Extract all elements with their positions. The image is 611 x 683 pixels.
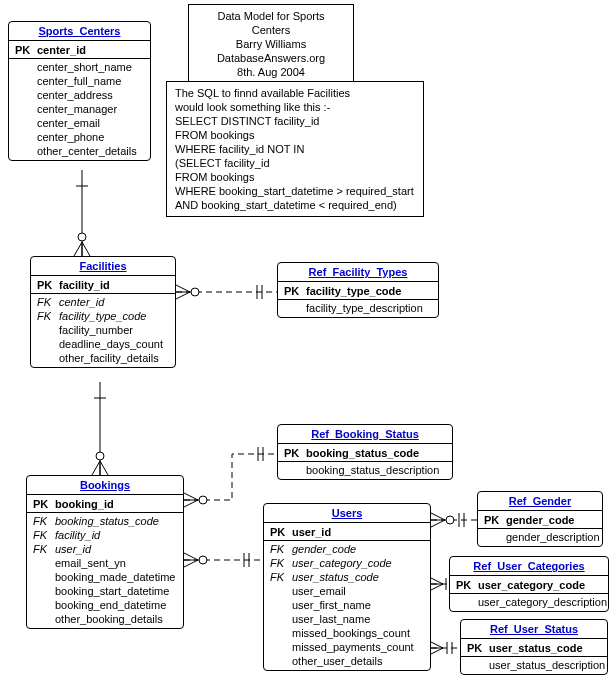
entity-title: Bookings xyxy=(27,476,183,495)
column-row: PKbooking_status_code xyxy=(278,446,452,460)
entity-facilities: Facilities PKfacility_idFKcenter_idFKfac… xyxy=(30,256,176,368)
column-row: user_status_description xyxy=(461,658,607,672)
key-label xyxy=(284,463,306,477)
svg-point-4 xyxy=(191,288,199,296)
column-row: user_first_name xyxy=(264,598,430,612)
entity-ref-user-categories: Ref_User_Categories PKuser_category_code… xyxy=(449,556,609,612)
key-label xyxy=(15,88,37,102)
column-name: facility_type_description xyxy=(306,301,423,315)
entity-bookings: Bookings PKbooking_idFKbooking_status_co… xyxy=(26,475,184,629)
key-label xyxy=(33,570,55,584)
column-name: booking_start_datetime xyxy=(55,584,169,598)
entity-ref-booking-status: Ref_Booking_Status PKbooking_status_code… xyxy=(277,424,453,480)
entity-ref-facility-types: Ref_Facility_Types PKfacility_type_codef… xyxy=(277,262,439,318)
entity-body: PKcenter_idcenter_short_namecenter_full_… xyxy=(9,41,150,160)
key-label: FK xyxy=(33,542,55,556)
column-name: user_id xyxy=(292,525,331,539)
column-row: facility_type_description xyxy=(278,301,438,315)
column-name: gender_description xyxy=(506,530,600,544)
entity-users: Users PKuser_idFKgender_codeFKuser_categ… xyxy=(263,503,431,671)
key-label: FK xyxy=(37,309,59,323)
key-label xyxy=(270,640,292,654)
entity-title: Users xyxy=(264,504,430,523)
key-label: FK xyxy=(270,556,292,570)
entity-body: PKuser_status_codeuser_status_descriptio… xyxy=(461,639,607,674)
column-name: missed_bookings_count xyxy=(292,626,410,640)
column-name: user_category_code xyxy=(292,556,392,570)
key-label: PK xyxy=(284,446,306,460)
column-row: FKfacility_id xyxy=(27,528,183,542)
key-label: PK xyxy=(37,278,59,292)
key-label xyxy=(15,74,37,88)
column-row: FKbooking_status_code xyxy=(27,514,183,528)
column-name: facility_number xyxy=(59,323,133,337)
column-row: FKuser_id xyxy=(27,542,183,556)
entity-ref-user-status: Ref_User_Status PKuser_status_codeuser_s… xyxy=(460,619,608,675)
column-name: missed_payments_count xyxy=(292,640,414,654)
entity-title: Sports_Centers xyxy=(9,22,150,41)
key-label: FK xyxy=(33,528,55,542)
svg-point-2 xyxy=(78,233,86,241)
column-name: booking_id xyxy=(55,497,114,511)
sql-line: FROM bookings xyxy=(175,170,415,184)
column-name: other_booking_details xyxy=(55,612,163,626)
column-row: PKuser_id xyxy=(264,525,430,539)
column-name: center_full_name xyxy=(37,74,121,88)
column-row: center_short_name xyxy=(9,60,150,74)
key-label xyxy=(37,323,59,337)
column-row: user_email xyxy=(264,584,430,598)
column-name: center_phone xyxy=(37,130,104,144)
column-name: facility_type_code xyxy=(306,284,401,298)
column-name: other_center_details xyxy=(37,144,137,158)
title-line: Barry Williams xyxy=(197,37,345,51)
title-line: DatabaseAnswers.org xyxy=(197,51,345,65)
key-label: FK xyxy=(37,295,59,309)
entity-body: PKuser_category_codeuser_category_descri… xyxy=(450,576,608,611)
column-name: facility_type_code xyxy=(59,309,146,323)
column-row: PKfacility_type_code xyxy=(278,284,438,298)
column-name: user_status_code xyxy=(292,570,379,584)
key-label xyxy=(33,584,55,598)
column-row: center_full_name xyxy=(9,74,150,88)
key-label xyxy=(15,60,37,74)
column-name: booking_status_code xyxy=(306,446,419,460)
column-name: booking_end_datetime xyxy=(55,598,166,612)
key-label: FK xyxy=(33,514,55,528)
sql-line: WHERE facility_id NOT IN xyxy=(175,142,415,156)
column-row: PKbooking_id xyxy=(27,497,183,511)
sql-line: WHERE booking_start_datetime > required_… xyxy=(175,184,415,198)
entity-body: PKuser_idFKgender_codeFKuser_category_co… xyxy=(264,523,430,670)
key-label xyxy=(456,595,478,609)
entity-title: Ref_Facility_Types xyxy=(278,263,438,282)
entity-body: PKfacility_type_codefacility_type_descri… xyxy=(278,282,438,317)
entity-ref-gender: Ref_Gender PKgender_codegender_descripti… xyxy=(477,491,603,547)
column-row: FKgender_code xyxy=(264,542,430,556)
key-label xyxy=(270,626,292,640)
entity-title: Facilities xyxy=(31,257,175,276)
column-name: other_facility_details xyxy=(59,351,159,365)
title-line: 8th. Aug 2004 xyxy=(197,65,345,79)
key-label: FK xyxy=(270,542,292,556)
key-label xyxy=(270,654,292,668)
key-label xyxy=(37,351,59,365)
svg-point-10 xyxy=(199,496,207,504)
column-name: user_last_name xyxy=(292,612,370,626)
key-label xyxy=(270,612,292,626)
entity-sports-centers: Sports_Centers PKcenter_idcenter_short_n… xyxy=(8,21,151,161)
key-label xyxy=(15,116,37,130)
column-row: center_phone xyxy=(9,130,150,144)
column-row: other_facility_details xyxy=(31,351,175,365)
column-row: deadline_days_count xyxy=(31,337,175,351)
column-name: center_email xyxy=(37,116,100,130)
key-label: PK xyxy=(467,641,489,655)
column-row: booking_end_datetime xyxy=(27,598,183,612)
column-row: FKcenter_id xyxy=(31,295,175,309)
column-name: gender_code xyxy=(506,513,574,527)
entity-title: Ref_Booking_Status xyxy=(278,425,452,444)
sql-box: The SQL to finnd available Facilities wo… xyxy=(166,81,424,217)
column-row: facility_number xyxy=(31,323,175,337)
column-row: email_sent_yn xyxy=(27,556,183,570)
column-row: FKuser_status_code xyxy=(264,570,430,584)
column-name: center_manager xyxy=(37,102,117,116)
sql-line: FROM bookings xyxy=(175,128,415,142)
